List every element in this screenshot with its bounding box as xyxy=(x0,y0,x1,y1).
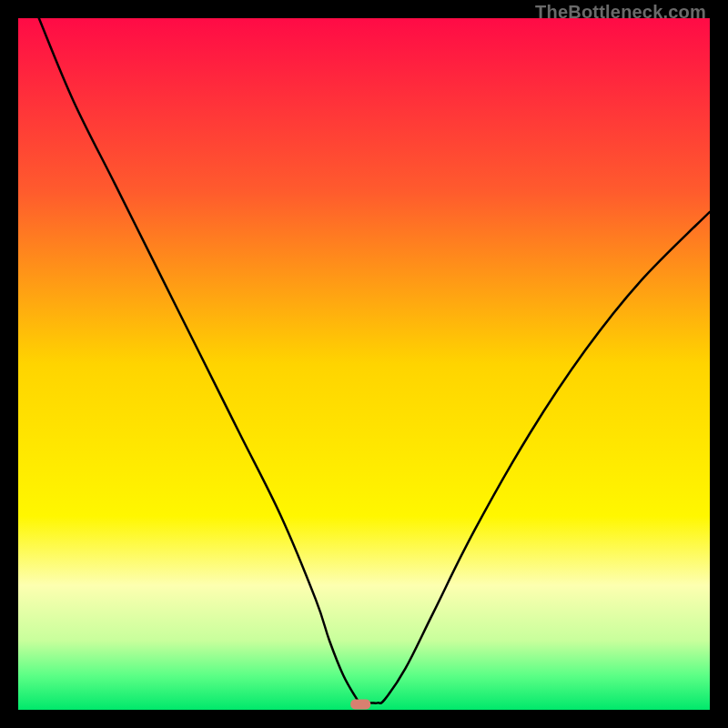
optimal-point-marker xyxy=(350,699,370,709)
watermark-text: TheBottleneck.com xyxy=(535,2,706,23)
bottleneck-chart xyxy=(18,18,710,710)
chart-frame xyxy=(18,18,710,710)
gradient-background xyxy=(18,18,710,710)
